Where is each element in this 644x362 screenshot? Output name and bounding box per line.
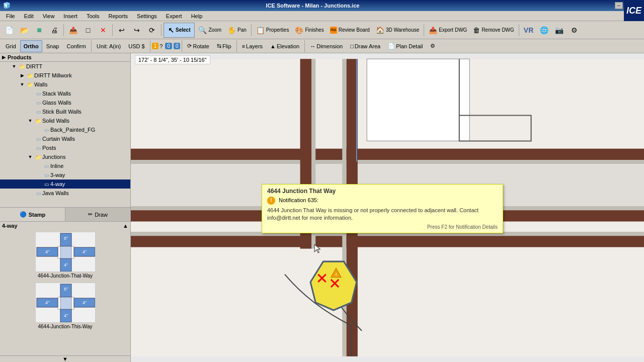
expand-dirtt[interactable]: ▼ <box>10 62 18 70</box>
dimension-button[interactable]: ↔ Dimension <box>306 40 346 52</box>
expand-solid[interactable]: ▼ <box>26 117 34 125</box>
confirm-button[interactable]: Confirm <box>63 40 90 52</box>
settings-icon-button[interactable]: ⚙ <box>567 23 581 38</box>
select-arrow-button[interactable]: ↩ <box>115 23 129 38</box>
draw-area-label: Draw Area <box>355 43 380 49</box>
tree-label-inline: Inline <box>50 163 130 169</box>
menu-reports[interactable]: Reports <box>105 13 132 20</box>
extra-icon: ⚙ <box>430 43 435 49</box>
export-button[interactable]: 📤 <box>66 23 80 38</box>
properties-button[interactable]: 📋 Properties <box>254 23 292 38</box>
menu-settings[interactable]: Settings <box>133 13 161 20</box>
print-button[interactable]: 🖨 <box>47 23 61 38</box>
camera-button[interactable]: 📷 <box>552 23 566 38</box>
menu-help[interactable]: Help <box>187 13 207 20</box>
draw-tab[interactable]: ✏ Draw <box>65 208 130 221</box>
tree-item-dirtt[interactable]: ▼ 📁 DIRTT <box>0 62 130 71</box>
tree-item-inline[interactable]: ▶ ▭ Inline <box>0 161 130 170</box>
tree-item-stick-walls[interactable]: ▶ ▭ Stick Built Walls <box>0 107 130 116</box>
svg-text:6": 6" <box>63 236 67 241</box>
snap-button[interactable]: Snap <box>43 40 63 52</box>
layers-button[interactable]: ≡ Layers <box>238 40 266 52</box>
remove-dwg-button[interactable]: 🗑 Remove DWG <box>470 23 516 38</box>
tree-item-solid-walls[interactable]: ▼ 📁 Solid Walls <box>0 116 130 125</box>
expand-walls[interactable]: ▼ <box>18 80 26 88</box>
finishes-button[interactable]: 🎨 Finishes <box>292 23 326 38</box>
template-button[interactable]: □ <box>81 23 95 38</box>
svg-text:4": 4" <box>45 249 49 254</box>
delete-button[interactable]: ✕ <box>96 23 110 38</box>
vr-button[interactable]: VR <box>521 23 536 38</box>
grid-label: Grid <box>6 43 16 49</box>
scroll-down-icon[interactable]: ▼ <box>62 356 68 362</box>
coords-text: 172' - 8 1/4", 35' - 10 15/16" <box>138 57 207 63</box>
svg-text:4": 4" <box>63 313 67 318</box>
grid-button[interactable]: Grid <box>2 40 20 52</box>
menu-expert[interactable]: Expert <box>162 13 186 20</box>
ortho-button[interactable]: Ortho <box>20 40 42 52</box>
svg-rect-23 <box>131 160 644 164</box>
item-icon-java: ▭ <box>34 189 42 197</box>
minimize-button[interactable]: ─ <box>615 2 623 9</box>
expand-millwork[interactable]: ▶ <box>18 71 26 79</box>
zoom-button[interactable]: 🔍 Zoom <box>196 23 224 38</box>
question-icon: ? <box>159 43 163 49</box>
wall-icon-stack: ▭ <box>34 89 42 98</box>
new-button[interactable]: 📄 <box>2 23 16 38</box>
tree-label-bp: Back_Painted_FG <box>50 127 130 133</box>
tree-item-glass-walls[interactable]: ▶ ▭ Glass Walls <box>0 98 130 107</box>
sep-t1 <box>91 40 92 52</box>
tree-scroll[interactable]: ▼ 📁 DIRTT ▶ 📁 DIRTT Millwork ▼ <box>0 62 130 207</box>
folder-icon-solid: 📁 <box>34 117 42 125</box>
tree-item-junctions[interactable]: ▼ 📁 Junctions <box>0 152 130 161</box>
dimension-label: Dimension <box>316 43 343 49</box>
stamp-tab[interactable]: 🔵 Stamp <box>0 208 65 221</box>
tree-area: ▶ Products ▼ 📁 DIRTT ▶ 📁 DIRTT Millwor <box>0 53 130 207</box>
refresh-button[interactable]: ⟳ <box>145 23 159 38</box>
tree-item-3way[interactable]: ▶ ▭ 3-way <box>0 170 130 179</box>
tree-item-millwork[interactable]: ▶ 📁 DIRTT Millwork <box>0 71 130 80</box>
stamp-item-1[interactable]: 6" 4" 4" 4" 4644-Junction-That-Way <box>0 230 130 281</box>
3d-warehouse-button[interactable]: 🏠 3D Warehouse <box>373 23 422 38</box>
rotate-button[interactable]: ⟳ Rotate <box>184 40 212 52</box>
tree-item-back-painted[interactable]: ▶ ▭ Back_Painted_FG <box>0 125 130 134</box>
select-button[interactable]: ↖ Select <box>164 23 195 38</box>
plan-detail-button[interactable]: 📄 Plan Detail <box>384 40 426 52</box>
tree-item-posts[interactable]: ▶ ▭ Posts <box>0 143 130 152</box>
tree-item-4way[interactable]: ▶ ▭ 4-way <box>0 179 130 189</box>
svg-text:4": 4" <box>82 300 86 305</box>
folder-icon-dirtt: 📁 <box>18 62 26 70</box>
tree-label-stack: Stack Walls <box>42 90 130 97</box>
extra-tools-button[interactable]: ⚙ <box>427 40 439 52</box>
folder-icon-millwork: 📁 <box>26 71 34 79</box>
review-board-button[interactable]: RB Review Board <box>328 23 372 38</box>
menu-edit[interactable]: Edit <box>20 13 38 20</box>
save-button[interactable]: ■ <box>32 23 46 38</box>
select2-arrow-button[interactable]: ↪ <box>130 23 144 38</box>
tree-expand-root[interactable]: ▶ <box>2 55 6 60</box>
flip-button[interactable]: ⇆ Flip <box>213 40 235 52</box>
tree-item-curtain[interactable]: ▶ ▭ Curtain Walls <box>0 134 130 143</box>
notif-title: 4644 Junction That Way <box>267 188 498 195</box>
counter1-group: 1 ? <box>152 43 163 49</box>
tree-item-stack-walls[interactable]: ▶ ▭ Stack Walls <box>0 89 130 98</box>
tree-label-millwork: DIRTT Millwork <box>34 72 130 78</box>
export-dwg-button[interactable]: 📤 Export DWG <box>426 23 469 38</box>
menu-tools[interactable]: Tools <box>83 13 104 20</box>
expand-junctions[interactable]: ▼ <box>26 153 34 161</box>
canvas-area[interactable]: 172' - 8 1/4", 35' - 10 15/16" <box>131 53 644 362</box>
elevation-button[interactable]: ▲ Elevation <box>267 40 303 52</box>
globe-button[interactable]: 🌐 <box>537 23 551 38</box>
tree-item-java[interactable]: ▶ ▭ Java Walls <box>0 189 130 198</box>
stamp-item-2[interactable]: 6" 4" 4" 4" 4644-Junction-This-Way <box>0 281 130 331</box>
stamp-scroll[interactable]: 6" 4" 4" 4" 4644-Junction-That-Way <box>0 230 130 358</box>
draw-area-button[interactable]: □ Draw Area <box>347 40 384 52</box>
menu-view[interactable]: View <box>39 13 59 20</box>
open-button[interactable]: 📂 <box>17 23 31 38</box>
menu-file[interactable]: File <box>2 13 19 20</box>
menu-insert[interactable]: Insert <box>59 13 82 20</box>
pan-button[interactable]: ✋ Pan <box>225 23 249 38</box>
flip-icon: ⇆ <box>217 43 221 49</box>
tree-item-walls[interactable]: ▼ 📁 Walls <box>0 80 130 89</box>
scroll-up-icon[interactable]: ▲ <box>123 223 128 229</box>
